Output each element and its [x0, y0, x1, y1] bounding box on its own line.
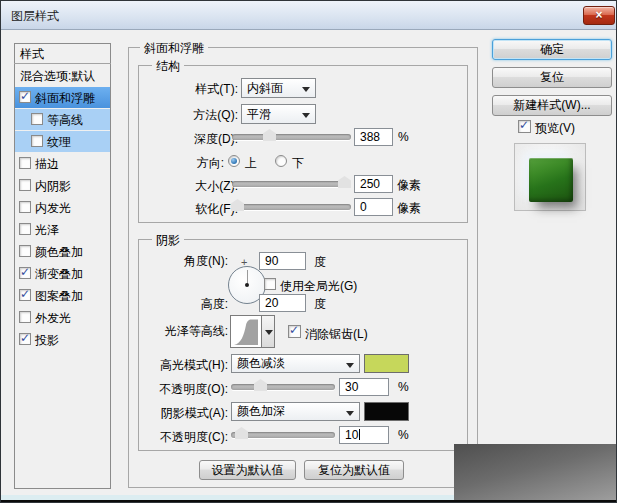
direction-up-radio[interactable]: [228, 155, 240, 167]
set-default-button[interactable]: 设置为默认值: [199, 460, 296, 480]
checkbox-icon[interactable]: [19, 245, 31, 257]
styles-list-header: 样式: [14, 43, 111, 64]
text-caret: [359, 429, 360, 440]
checkbox-icon[interactable]: [31, 113, 43, 125]
highlight-opacity-unit: %: [398, 380, 409, 394]
reset-default-button[interactable]: 复位为默认值: [304, 460, 404, 480]
depth-slider[interactable]: [232, 134, 351, 140]
style-dropdown[interactable]: 内斜面: [241, 78, 316, 98]
sidebar-item-color-overlay[interactable]: 颜色叠加: [15, 241, 110, 262]
soften-label: 软化(F):: [141, 201, 238, 218]
depth-label: 深度(D):: [141, 131, 238, 148]
sidebar-item-gradient-overlay[interactable]: 渐变叠加: [15, 263, 110, 284]
highlight-opacity-slider[interactable]: [231, 384, 335, 390]
contour-curve-icon: [231, 316, 261, 347]
sidebar-item-pattern-overlay[interactable]: 图案叠加: [15, 285, 110, 306]
sidebar-item-contour[interactable]: 等高线: [15, 109, 110, 130]
soften-input[interactable]: 0: [354, 198, 393, 216]
checkbox-icon[interactable]: [19, 267, 31, 279]
layer-style-dialog: 图层样式 × 样式 混合选项:默认 斜面和浮雕 等高线 纹理 描边 内阴影 内发…: [0, 0, 617, 503]
sidebar-item-inner-glow[interactable]: 内发光: [15, 197, 110, 218]
altitude-unit: 度: [314, 296, 326, 313]
size-slider[interactable]: [232, 181, 351, 187]
preview-label: 预览(V): [535, 120, 575, 137]
checkbox-icon[interactable]: [19, 157, 31, 169]
chevron-down-icon: [302, 87, 310, 96]
shadow-mode-dropdown[interactable]: 颜色加深: [231, 402, 360, 421]
method-dropdown[interactable]: 平滑: [241, 104, 316, 124]
green-layer-preview: [529, 158, 573, 202]
shading-legend: 阴影: [152, 232, 184, 249]
depth-input[interactable]: 388: [354, 128, 393, 146]
size-input[interactable]: 250: [354, 175, 393, 193]
checkbox-icon[interactable]: [19, 289, 31, 301]
direction-down-label: 下: [292, 155, 304, 172]
anti-alias-checkbox[interactable]: [288, 325, 301, 338]
title-bar[interactable]: 图层样式 ×: [1, 1, 616, 30]
size-label: 大小(Z):: [141, 178, 238, 195]
dialog-title: 图层样式: [11, 8, 59, 25]
sidebar-item-bevel-emboss[interactable]: 斜面和浮雕: [15, 87, 110, 108]
checkbox-icon[interactable]: [19, 91, 31, 103]
checkbox-icon[interactable]: [19, 179, 31, 191]
gloss-contour-label: 光泽等高线:: [138, 323, 228, 340]
checkbox-icon[interactable]: [19, 223, 31, 235]
direction-down-radio[interactable]: [275, 155, 287, 167]
method-label: 方法(Q):: [141, 107, 238, 124]
chevron-down-icon: [346, 363, 354, 372]
sidebar-item-satin[interactable]: 光泽: [15, 219, 110, 240]
preview-checkbox[interactable]: [518, 120, 531, 133]
styles-header-label: 样式: [20, 47, 44, 61]
chevron-down-icon: [302, 113, 310, 122]
checkbox-icon[interactable]: [19, 201, 31, 213]
style-label: 样式(T):: [141, 81, 238, 98]
sidebar-item-texture[interactable]: 纹理: [15, 131, 110, 152]
ok-button[interactable]: 确定: [492, 39, 612, 60]
soften-slider[interactable]: [232, 204, 351, 210]
sidebar-item-outer-glow[interactable]: 外发光: [15, 307, 110, 328]
bevel-emboss-legend: 斜面和浮雕: [140, 40, 208, 57]
highlight-color-swatch[interactable]: [364, 354, 409, 373]
structure-legend: 结构: [152, 58, 184, 75]
direction-up-label: 上: [245, 155, 257, 172]
sidebar-item-stroke[interactable]: 描边: [15, 153, 110, 174]
sidebar-item-inner-shadow[interactable]: 内阴影: [15, 175, 110, 196]
use-global-light-checkbox[interactable]: [264, 278, 276, 290]
altitude-label: 高度:: [138, 296, 228, 313]
highlight-mode-label: 高光模式(H):: [138, 357, 228, 374]
checkbox-icon[interactable]: [31, 135, 43, 147]
highlight-opacity-label: 不透明度(O):: [138, 381, 228, 398]
shadow-opacity-unit: %: [398, 428, 409, 442]
soften-unit: 像素: [397, 200, 421, 217]
altitude-input[interactable]: 20: [259, 294, 306, 312]
new-style-button[interactable]: 新建样式(W)...: [492, 95, 612, 116]
shadow-mode-label: 阴影模式(A):: [138, 405, 228, 422]
checkbox-icon[interactable]: [19, 333, 31, 345]
angle-dial-center: [245, 283, 249, 287]
sidebar-item-drop-shadow[interactable]: 投影: [15, 329, 110, 350]
depth-unit: %: [398, 130, 409, 144]
layer-preview-thumbnail: [514, 143, 586, 211]
crosshair-icon: +: [241, 256, 247, 268]
gloss-contour-thumbnail[interactable]: [230, 315, 262, 348]
anti-alias-label: 消除锯齿(L): [305, 326, 368, 343]
chevron-down-icon: [346, 411, 354, 420]
sidebar-item-blending-options[interactable]: 混合选项:默认: [15, 65, 110, 86]
shadow-opacity-input[interactable]: 10: [339, 426, 389, 444]
checkbox-icon[interactable]: [19, 311, 31, 323]
angle-label: 角度(N):: [138, 253, 228, 270]
use-global-light-label: 使用全局光(G): [280, 278, 357, 295]
shadow-color-swatch[interactable]: [364, 402, 409, 421]
gray-overlay-artifact: [454, 444, 617, 500]
shadow-opacity-label: 不透明度(C):: [138, 429, 228, 446]
angle-input[interactable]: 90: [259, 252, 306, 270]
close-button[interactable]: ×: [583, 6, 615, 25]
direction-label: 方向:: [141, 155, 224, 172]
size-unit: 像素: [397, 177, 421, 194]
gloss-contour-dropdown-button[interactable]: [261, 315, 275, 348]
angle-unit: 度: [314, 254, 326, 271]
highlight-opacity-input[interactable]: 30: [339, 378, 389, 396]
reset-button[interactable]: 复位: [492, 67, 612, 88]
close-icon: ×: [595, 8, 602, 22]
highlight-mode-dropdown[interactable]: 颜色减淡: [231, 354, 360, 373]
